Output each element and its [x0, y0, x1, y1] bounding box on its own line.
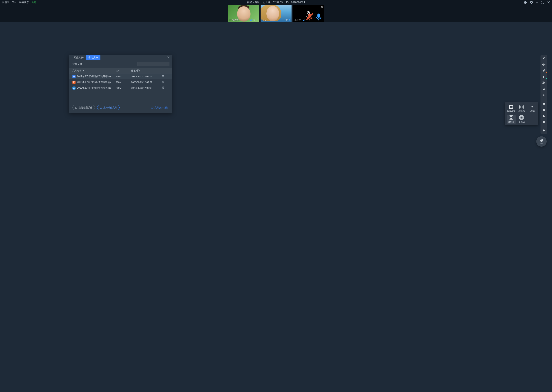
file-size: 200M — [116, 81, 131, 84]
upload-animated-button[interactable]: 上传动效文件 — [97, 105, 120, 110]
session-id: ID：2020070324 — [286, 0, 305, 4]
file-type-icon: P — [73, 81, 75, 84]
file-table-header: 文件名称▼ 大小 修改时间 — [69, 68, 172, 73]
file-name: 2019年工作汇报情况查询等等.ppt — [77, 81, 111, 84]
delete-file-icon[interactable] — [162, 75, 169, 78]
toolbar-move[interactable] — [541, 63, 546, 66]
toolbar-toolbox[interactable] — [541, 108, 546, 112]
minimize-icon[interactable] — [536, 1, 538, 4]
tool-label: 答题器 — [518, 110, 525, 113]
toolbar-text[interactable] — [541, 75, 546, 78]
tool-label: 屏幕共享 — [507, 110, 516, 113]
toolbar-separator — [541, 99, 546, 99]
col-modified[interactable]: 修改时间 — [131, 69, 162, 72]
upload-normal-button[interactable]: 上传普通课件 — [73, 105, 95, 110]
pen-icon — [542, 69, 545, 72]
file-row[interactable]: W2019年工作汇报情况查询等等.doc200M2020/06/23 12:09… — [69, 73, 172, 79]
move-icon — [542, 63, 545, 66]
raise-hand-count: 0/2 — [540, 142, 543, 145]
timer-icon — [509, 115, 513, 120]
video-tile[interactable]: ✕王小明 — [293, 5, 324, 22]
file-modified: 2020/06/23 12:09:09 — [131, 87, 162, 89]
play-icon — [100, 106, 102, 109]
col-size[interactable]: 大小 — [116, 69, 131, 72]
tab-local-files[interactable]: 本地文件 — [86, 55, 101, 60]
record-icon — [285, 19, 288, 21]
camera-icon[interactable] — [524, 1, 527, 4]
file-modified: 2020/06/23 12:09:09 — [131, 81, 162, 84]
video-name-label: 王小明 — [294, 18, 301, 22]
buzzer-icon — [530, 105, 534, 109]
top-bar: 丢包率：0% 网络状态：良好 神秘大自然 已上课：02:34:09 ID：202… — [0, 0, 552, 5]
volume-indicator — [250, 19, 252, 21]
tool-screen-share[interactable]: 屏幕共享 — [507, 104, 516, 113]
toolbar-chat[interactable] — [541, 120, 546, 124]
toolbar-pen[interactable] — [541, 69, 546, 72]
indicator-dot — [546, 72, 547, 73]
file-dialog: 云盘文件 本地文件 全部文件 文件名称▼ 大小 修改时间 W2019年工作汇报情… — [69, 55, 172, 113]
raise-hand-button[interactable]: 0/2 — [536, 136, 547, 147]
search-input[interactable] — [137, 62, 169, 66]
text-icon — [542, 75, 545, 78]
toolbar-person[interactable] — [541, 114, 546, 118]
tool-blackboard[interactable]: 小黑板 — [517, 115, 526, 124]
scissors-icon — [542, 81, 545, 84]
tool-timer[interactable]: 计时器 — [507, 115, 516, 124]
file-row[interactable]: ▲2019年工作汇报情况查询等等.jpg200M2020/06/23 12:09… — [69, 85, 172, 91]
dot-tool-icon — [542, 93, 545, 97]
dialog-close-icon[interactable] — [167, 56, 170, 59]
network-status: 网络状态：良好 — [19, 0, 36, 4]
delete-file-icon[interactable] — [162, 81, 169, 84]
delete-file-icon[interactable] — [162, 86, 169, 90]
col-name[interactable]: 文件名称▼ — [73, 69, 116, 72]
tool-label: 抢答器 — [529, 110, 535, 113]
record-icon — [253, 19, 255, 21]
screen-share-icon — [509, 105, 513, 109]
mic-icon — [314, 13, 323, 21]
volume-indicator — [303, 19, 305, 21]
course-title: 神秘大自然 — [247, 0, 260, 4]
video-tile[interactable]: ✕Nina — [261, 5, 292, 22]
toolbar-bell[interactable] — [541, 129, 546, 133]
file-name: 2019年工作汇报情况查询等等.doc — [77, 75, 112, 78]
file-name: 2019年工作汇报情况查询等等.jpg — [77, 86, 111, 90]
file-size: 200M — [116, 87, 131, 89]
tool-label: 计时器 — [508, 120, 515, 123]
video-name-label: 叮当老师 — [229, 18, 239, 22]
file-type-icon: ▲ — [73, 86, 75, 90]
hand-icon — [539, 138, 543, 142]
person-icon — [542, 114, 545, 118]
video-strip: 叮当老师✕Nina✕王小明 — [0, 5, 552, 22]
tool-answer-card[interactable]: 答题器 — [517, 104, 526, 113]
close-icon[interactable] — [547, 1, 550, 4]
bell-icon — [542, 129, 545, 132]
elapsed-time: 已上课：02:34:09 — [263, 0, 283, 4]
blackboard-icon — [519, 115, 524, 120]
chat-icon — [542, 120, 545, 124]
indicator-dot — [546, 78, 547, 79]
fullscreen-icon[interactable] — [541, 1, 544, 4]
toolbar-laser[interactable] — [541, 56, 546, 60]
toolbar-folder[interactable] — [541, 102, 546, 105]
file-type-icon: W — [73, 75, 75, 78]
tool-buzzer[interactable]: 抢答器 — [527, 104, 536, 113]
eraser-icon — [542, 87, 545, 91]
video-close-icon[interactable]: ✕ — [321, 6, 323, 8]
toolbar-dot-tool[interactable] — [541, 93, 546, 97]
packet-loss: 丢包率：0% — [2, 0, 15, 4]
settings-icon[interactable] — [530, 1, 533, 4]
file-row[interactable]: P2019年工作汇报情况查询等等.ppt200M2020/06/23 12:09… — [69, 79, 172, 85]
tool-popover: 屏幕共享答题器抢答器计时器小黑板 — [505, 102, 538, 125]
tab-cloud-files[interactable]: 云盘文件 — [71, 55, 86, 60]
search-field[interactable] — [140, 63, 169, 65]
laser-icon — [542, 57, 545, 60]
toolbar-eraser[interactable] — [541, 87, 546, 91]
video-close-icon[interactable]: ✕ — [289, 6, 291, 8]
right-toolbar — [540, 55, 547, 134]
mic-muted-icon — [305, 13, 314, 21]
folder-icon — [542, 102, 545, 105]
toolbar-scissors[interactable] — [541, 81, 546, 84]
supported-types-link[interactable]: 文件支持类型 — [151, 106, 168, 109]
video-tile[interactable]: 叮当老师 — [228, 5, 259, 22]
mic-icon — [288, 19, 291, 21]
